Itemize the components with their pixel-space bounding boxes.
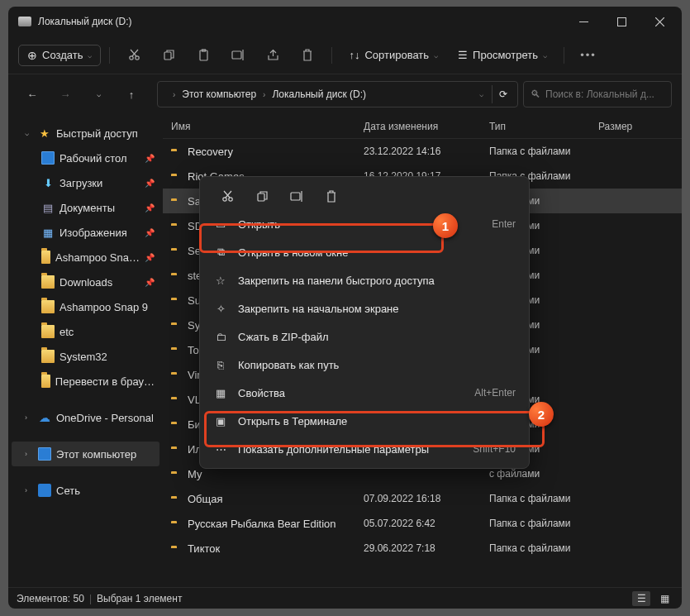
ctx-zip[interactable]: 🗀Сжать в ZIP-файл xyxy=(205,322,524,351)
file-date: 23.12.2022 14:16 xyxy=(364,146,489,157)
folder-row[interactable]: Русская Рыбалка Bear Edition05.07.2022 6… xyxy=(163,511,682,536)
details-view-button[interactable]: ☰ xyxy=(632,591,650,606)
cut-button[interactable] xyxy=(210,184,245,208)
more-icon: ⋯ xyxy=(213,443,228,456)
sidebar-onedrive[interactable]: ›☁OneDrive - Personal xyxy=(12,405,159,430)
copy-button[interactable] xyxy=(153,41,184,69)
chevron-down-icon[interactable]: ⌵ xyxy=(474,85,488,103)
properties-icon: ▦ xyxy=(213,387,228,399)
svg-rect-11 xyxy=(291,193,300,200)
search-input[interactable]: 🔍︎ Поиск в: Локальный д... xyxy=(523,81,672,107)
sidebar-desktop[interactable]: Рабочий стол📌 xyxy=(12,146,159,170)
refresh-button[interactable]: ⟳ xyxy=(492,85,514,103)
share-button[interactable] xyxy=(257,41,288,69)
window-title: Локальный диск (D:) xyxy=(38,16,564,27)
svg-rect-0 xyxy=(579,21,588,22)
col-type[interactable]: Тип xyxy=(489,121,598,132)
pin-icon: 📌 xyxy=(145,154,155,163)
ctx-open[interactable]: ▭ОткрытьEnter xyxy=(205,210,524,238)
pictures-icon: ▦ xyxy=(41,226,55,239)
icons-view-button[interactable]: ▦ xyxy=(655,591,673,606)
forward-button[interactable]: → xyxy=(51,80,79,108)
sidebar-documents[interactable]: ▤Документы📌 xyxy=(12,195,159,220)
pin-icon: 📌 xyxy=(145,203,155,212)
sidebar-item[interactable]: Ashampoo Sna…📌 xyxy=(12,245,159,270)
terminal-icon: ▣ xyxy=(213,415,228,427)
folder-icon xyxy=(41,350,55,363)
close-button[interactable] xyxy=(640,7,678,36)
folder-row[interactable]: Тикток29.06.2022 7:18Папка с файлами xyxy=(163,536,682,561)
ctx-pin-start[interactable]: ✧Закрепить на начальном экране xyxy=(205,294,524,322)
sidebar-network[interactable]: ›Сеть xyxy=(12,478,159,503)
svg-rect-10 xyxy=(258,193,264,201)
document-icon: ▤ xyxy=(41,201,55,214)
back-button[interactable]: ← xyxy=(18,80,46,108)
ellipsis-icon: ••• xyxy=(580,49,597,61)
paste-button[interactable] xyxy=(188,41,219,69)
more-button[interactable]: ••• xyxy=(573,41,604,69)
sidebar-item[interactable]: etc xyxy=(12,319,159,344)
file-date: 29.06.2022 7:18 xyxy=(364,542,489,554)
crumb[interactable]: Локальный диск (D:) xyxy=(272,88,366,100)
pc-icon xyxy=(38,447,51,461)
star-icon: ★ xyxy=(38,127,51,140)
ctx-copy-path[interactable]: ⎘Копировать как путь xyxy=(205,351,524,379)
col-date[interactable]: Дата изменения xyxy=(364,121,489,132)
file-date: 05.07.2022 6:42 xyxy=(364,518,489,529)
annotation-marker: 2 xyxy=(529,402,554,427)
ctx-properties[interactable]: ▦СвойстваAlt+Enter xyxy=(205,379,524,407)
view-icon: ☰ xyxy=(458,49,468,61)
recent-button[interactable]: ⌵ xyxy=(84,80,112,108)
explorer-window: Локальный диск (D:) ⊕ Создать ⌵ ↑↓ Сорти… xyxy=(8,7,682,609)
folder-icon xyxy=(41,275,55,289)
view-button[interactable]: ☰ Просмотреть ⌵ xyxy=(450,41,555,69)
new-button[interactable]: ⊕ Создать ⌵ xyxy=(18,45,101,66)
star-icon: ☆ xyxy=(213,275,228,287)
pin-icon: 📌 xyxy=(145,278,155,287)
up-button[interactable]: ↑ xyxy=(117,80,145,108)
file-name: Русская Рыбалка Bear Edition xyxy=(188,518,364,530)
copypath-icon: ⎘ xyxy=(213,359,228,371)
window-icon: ⧉ xyxy=(213,246,228,259)
cut-button[interactable] xyxy=(118,41,150,69)
annotation-marker: 1 xyxy=(433,213,458,238)
sidebar-quick-access[interactable]: ⌵★Быстрый доступ xyxy=(12,121,159,146)
file-name: Тикток xyxy=(188,542,364,555)
folder-icon xyxy=(41,300,55,313)
open-icon: ▭ xyxy=(213,218,228,231)
sidebar-item[interactable]: Downloads📌 xyxy=(12,270,159,294)
sidebar-this-pc[interactable]: ›Этот компьютер xyxy=(12,442,159,466)
sidebar-item[interactable]: Ashampoo Snap 9 xyxy=(12,294,159,319)
svg-point-9 xyxy=(228,197,231,200)
minimize-button[interactable] xyxy=(564,7,602,36)
maximize-button[interactable] xyxy=(602,7,640,36)
copy-button[interactable] xyxy=(245,184,279,208)
pin-icon: 📌 xyxy=(145,253,155,262)
zip-icon: 🗀 xyxy=(213,331,228,343)
ctx-terminal[interactable]: ▣Открыть в Терминале xyxy=(205,407,524,435)
rename-button[interactable] xyxy=(222,41,254,69)
col-name[interactable]: Имя xyxy=(171,121,364,132)
rename-button[interactable] xyxy=(279,184,314,208)
sort-button[interactable]: ↑↓ Сортировать ⌵ xyxy=(340,41,446,69)
cloud-icon: ☁ xyxy=(38,411,51,424)
file-type: Папка с файлами xyxy=(489,146,598,157)
ctx-more[interactable]: ⋯Показать дополнительные параметрыShift+… xyxy=(205,435,524,463)
ctx-pin-quick[interactable]: ☆Закрепить на панели быстрого доступа xyxy=(205,266,524,294)
sidebar-item[interactable]: Перевести в брау… xyxy=(12,369,159,394)
address-bar[interactable]: › Этот компьютер › Локальный диск (D:) ⌵… xyxy=(157,81,518,107)
delete-button[interactable] xyxy=(292,41,323,69)
file-type: Папка с файлами xyxy=(489,542,598,554)
crumb[interactable]: Этот компьютер xyxy=(182,88,256,100)
pin-icon: 📌 xyxy=(145,228,155,237)
svg-point-8 xyxy=(222,197,226,200)
folder-row[interactable]: Recovery23.12.2022 14:16Папка с файлами xyxy=(163,139,682,164)
col-size[interactable]: Размер xyxy=(598,121,682,132)
sidebar-pictures[interactable]: ▦Изображения📌 xyxy=(12,220,159,245)
folder-row[interactable]: Общая07.09.2022 16:18Папка с файлами xyxy=(163,486,682,511)
sidebar-item[interactable]: System32 xyxy=(12,344,159,369)
delete-button[interactable] xyxy=(314,184,349,208)
ctx-open-new-window[interactable]: ⧉Открыть в новом окне xyxy=(205,238,524,266)
sidebar-downloads[interactable]: ⬇Загрузки📌 xyxy=(12,170,159,195)
file-name: Му xyxy=(188,468,364,480)
